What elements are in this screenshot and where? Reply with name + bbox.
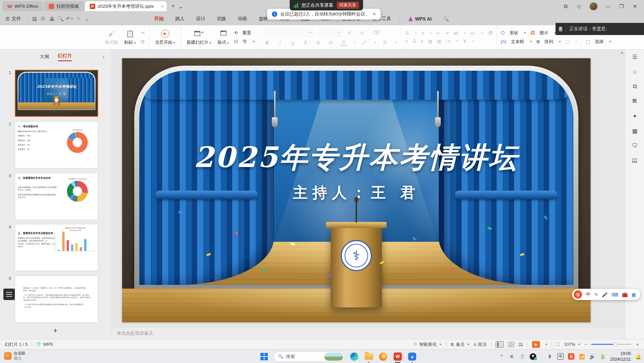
apps-cube-icon[interactable]: ◇ [576, 3, 582, 9]
text-direction-icon[interactable]: ab̄ [453, 31, 458, 36]
line-spacing-icon[interactable]: ↕≡ [446, 39, 451, 44]
close-button[interactable]: ✕ [632, 3, 638, 9]
zoom-level[interactable]: 107% [564, 342, 580, 347]
wifi-icon[interactable]: 📶 [579, 354, 585, 359]
tray-mic-icon[interactable]: 🎙 [547, 354, 553, 359]
distribute-icon[interactable]: ▥ [437, 39, 441, 44]
arrange-button[interactable]: ⧉排列 [537, 39, 561, 45]
panel-help-icon[interactable]: 🕮 [625, 153, 644, 168]
tab-slides[interactable]: 幻灯片 [58, 53, 72, 61]
search-command-icon[interactable]: 🔍 [437, 12, 455, 25]
slide-subtitle[interactable]: 主持人：王 君 [122, 183, 591, 203]
superscript-button[interactable]: X² [327, 40, 335, 45]
panel-chart-icon[interactable]: ▦ [625, 124, 644, 138]
align-center-icon[interactable]: ☰ [412, 39, 416, 44]
tab-wps-home[interactable]: W WPS Office [3, 1, 43, 11]
align-text-icon[interactable]: ⇅ [463, 39, 467, 44]
underline-button[interactable]: U [289, 40, 297, 45]
zoom-in-button[interactable]: + [636, 342, 639, 347]
paste-button[interactable]: 📋 粘贴 [123, 29, 137, 45]
panel-properties-icon[interactable]: ☰ [625, 50, 644, 64]
comment-button[interactable]: ⌸ 批注 [474, 341, 487, 348]
bullets-icon[interactable]: ☰ [405, 31, 409, 36]
align-right-icon[interactable]: ⫸ [421, 38, 423, 44]
bold-button[interactable]: B [263, 40, 271, 45]
file-explorer-icon[interactable] [364, 352, 374, 362]
thumb-4[interactable]: 三、普通考生升本专业类别分布 普通考生升本专业类别来看，医药类较多且占比人数最高… [15, 224, 98, 271]
zoom-out-button[interactable]: − [584, 342, 587, 347]
ime-language-icon[interactable]: 中 [557, 353, 564, 360]
print-preview-icon[interactable]: 🔍 [57, 15, 65, 23]
menu-tab-design[interactable]: 设计 [190, 12, 211, 25]
menu-tab-animation[interactable]: 动画 [232, 12, 253, 25]
panel-clipboard-icon[interactable]: ⧉ [625, 79, 644, 94]
highlight-button[interactable]: 🖍 [360, 40, 368, 45]
layout-button[interactable]: 🗔 版式 [216, 29, 230, 45]
tray-meeting-icon[interactable]: ᛖ [519, 354, 525, 359]
menu-tab-transition[interactable]: 切换 [211, 12, 232, 25]
panel-tools-icon[interactable]: 🛠 [625, 94, 644, 109]
panel-effects-icon[interactable]: ✦ [625, 109, 644, 124]
notes-bar[interactable]: 单击此处添加备注 [112, 327, 625, 339]
clear-format-icon[interactable]: ⌫ [372, 30, 380, 35]
strikethrough-button[interactable]: S [314, 40, 322, 45]
font-size-select[interactable] [318, 29, 342, 37]
stock-widget[interactable]: 自选股 观点 [4, 351, 26, 361]
sogou-icon[interactable]: S [568, 353, 574, 360]
increase-font-icon[interactable]: A⁺ [347, 30, 355, 35]
slide-title[interactable]: 2025年专升本考情讲坛 [122, 138, 591, 177]
thumb-3[interactable]: 二、非普通考生升本专业分布 从统计的数据看，医学与医学相关专业大多选择本专业，占… [15, 173, 98, 220]
section-button[interactable]: ☷节 [234, 39, 255, 45]
indent-icon[interactable]: ⇥ [445, 31, 449, 36]
zoom-slider[interactable] [591, 344, 632, 345]
align-left-icon[interactable]: ⫷ [405, 38, 407, 44]
play-from-page-button[interactable]: ▶ 当页开始 [153, 29, 177, 45]
collapse-panel-icon[interactable]: ‹ [103, 54, 104, 60]
panel-comment-icon[interactable]: 🗨 [625, 138, 644, 153]
tab-list-chevron-icon[interactable]: ⌄ [178, 3, 183, 10]
picture-button[interactable]: 🖼图片 [531, 30, 556, 36]
thumb-2[interactable]: 一、考生类型分布 我校2024届专科毕业生人数共192人 普通考生：83% 退役… [15, 121, 98, 168]
tray-settings-icon[interactable]: ⚟ [509, 354, 515, 359]
format-painter-button[interactable]: 🖌 格式刷 [104, 29, 119, 45]
undo-icon[interactable]: ↶ [65, 15, 74, 23]
reading-view-button[interactable]: 🕮 [518, 342, 523, 347]
end-share-button[interactable]: 结束共享 [337, 2, 359, 9]
tab-outline[interactable]: 大纲 [40, 54, 49, 60]
outdent-icon[interactable]: ⇤ [436, 31, 440, 36]
slide-canvas[interactable]: 2025年专升本考情讲坛 主持人：王 君 ⚕ [122, 58, 591, 322]
ime-mic-icon[interactable]: 🎤 [602, 292, 608, 297]
restore-button[interactable]: ❐ [618, 3, 624, 9]
firefox-app-icon[interactable] [378, 352, 388, 362]
font-color-button[interactable]: A [340, 39, 348, 46]
tab-docer[interactable]: 找稻壳模板 [44, 1, 84, 11]
tab-document[interactable]: P 2025年专升本考情讲坛.pptx × [85, 1, 167, 11]
slide-sorter-button[interactable] [508, 342, 514, 347]
notification-bell-icon[interactable]: 🔔 [635, 354, 641, 359]
start-button[interactable] [259, 352, 269, 362]
notes-button[interactable]: ≣ 备注 [451, 341, 469, 348]
wps-ai-button[interactable]: WPS AI [403, 12, 437, 25]
sogou-logo-icon[interactable]: S [574, 290, 582, 299]
thumb-1[interactable]: 2025年专升本考情讲坛 主持人：王 君 [15, 70, 98, 117]
redo-icon[interactable]: ↷ [74, 15, 83, 23]
menu-tab-insert[interactable]: 插入 [170, 12, 190, 25]
close-tab-icon[interactable]: × [161, 3, 164, 9]
qq-icon[interactable] [530, 353, 536, 360]
reset-button[interactable]: ⟲重置 [234, 30, 255, 36]
battery-icon[interactable]: 🔋 [600, 354, 606, 359]
file-menu-button[interactable]: ☰ 文件 [0, 16, 26, 22]
shapes-button[interactable]: ⬠形状 [501, 30, 526, 36]
volume-icon[interactable]: 🔊 [589, 354, 595, 359]
meeting-app-icon[interactable]: ▲ [407, 352, 417, 362]
justify-icon[interactable]: ▤ [428, 39, 432, 44]
char-spacing-button[interactable]: Â [301, 40, 310, 45]
wps-app-icon[interactable]: W [393, 352, 403, 362]
avatar[interactable] [589, 2, 598, 10]
export-pdf-icon[interactable]: ⎘ [39, 15, 48, 23]
menu-tab-home[interactable]: 开始 [149, 12, 170, 25]
notice-close-icon[interactable]: × [373, 11, 376, 17]
italic-button[interactable]: I [276, 40, 284, 45]
ime-mode-zh[interactable]: 中 [586, 292, 591, 298]
minimize-button[interactable]: — [605, 3, 611, 9]
